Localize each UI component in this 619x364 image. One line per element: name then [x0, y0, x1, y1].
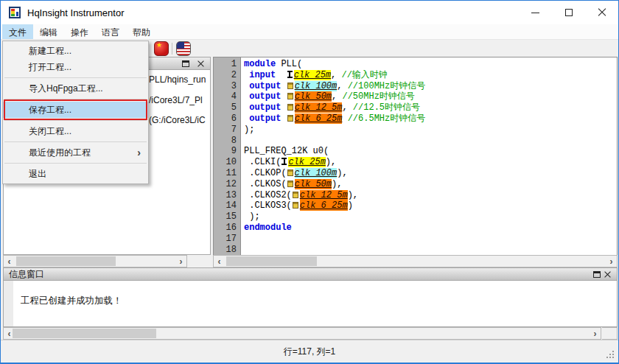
scroll-thumb[interactable]	[13, 329, 156, 338]
statusbar: 行=117, 列=1	[1, 340, 618, 363]
line-number: 3	[214, 81, 240, 92]
code-line[interactable]: output clk_6_25m //6.5MHz时钟信号	[244, 113, 617, 125]
scroll-thumb[interactable]	[226, 256, 317, 266]
input-port-icon	[287, 71, 293, 78]
output-port-icon	[287, 104, 293, 111]
code-line[interactable]	[244, 136, 617, 147]
code-token: clk_50m	[295, 179, 332, 189]
app-logo-icon	[9, 7, 21, 18]
output-port-icon	[293, 192, 298, 198]
menu-item-label: 导入HqFpga工程...	[29, 80, 141, 97]
code-token: .CLKOS(	[244, 179, 287, 189]
menu-item-label: 最近使用的工程	[29, 144, 137, 161]
menu-item-label: 退出	[29, 166, 141, 182]
float-icon	[182, 60, 189, 67]
message-window-title: 信息窗口	[9, 268, 591, 281]
scroll-left-arrow-icon[interactable]: ‹	[4, 256, 15, 267]
code-line[interactable]: PLL_FREQ_12K u0(	[244, 146, 617, 157]
code-token: clk_6_25m	[295, 113, 343, 124]
submenu-arrow-icon: ›	[137, 144, 141, 161]
file-menu-item[interactable]: 最近使用的工程›	[3, 144, 148, 161]
code-token	[342, 113, 347, 124]
tree-item[interactable]: /iCore3L/7_Pl	[149, 95, 203, 105]
code-line[interactable]	[244, 245, 617, 255]
menu-item-label: 新建工程...	[29, 43, 141, 59]
code-token: clk_12_5m	[295, 102, 343, 113]
menubar-item-4[interactable]: 语言	[95, 24, 126, 39]
menubar-item-3[interactable]: 操作	[64, 24, 95, 39]
code-token: PLL(	[276, 59, 302, 69]
code-token: ,	[337, 81, 347, 91]
maximize-button[interactable]	[552, 1, 585, 24]
scroll-left-arrow-icon[interactable]: ‹	[214, 256, 225, 267]
window-title: HqInsight Instrumentor	[27, 7, 125, 18]
language-english-button[interactable]	[175, 41, 192, 57]
language-chinese-button[interactable]	[153, 41, 170, 57]
code-line[interactable]: input clk_25m, //输入时钟	[244, 70, 617, 81]
code-line[interactable]: output clk_50m, //50MHz时钟信号	[244, 91, 617, 102]
code-token: clk_12_5m	[300, 190, 348, 200]
menu-item-label: 保存工程...	[29, 102, 141, 118]
message-close-button[interactable]	[602, 269, 613, 279]
editor-code[interactable]: module PLL( input clk_25m, //输入时钟 output…	[242, 57, 617, 255]
line-number: 16	[214, 223, 240, 234]
tree-item[interactable]: PLL/hqins_run	[149, 74, 206, 85]
code-token: output	[249, 113, 281, 124]
output-port-icon	[293, 202, 298, 209]
app-window: HqInsight Instrumentor 文件编辑操作语言帮助 PLL/hq…	[0, 0, 619, 364]
panel-float-button[interactable]	[180, 58, 191, 69]
input-port-icon	[281, 158, 287, 165]
scrollbar-corner	[602, 327, 618, 340]
message-hscrollbar[interactable]: ‹ ›	[3, 327, 601, 340]
code-token: ,	[332, 91, 342, 102]
window-controls	[519, 1, 618, 24]
code-line[interactable]: endmodule	[244, 223, 617, 234]
code-token: output	[249, 81, 281, 91]
message-float-button[interactable]	[591, 269, 602, 279]
editor-area[interactable]: 123456789101112131415161718 module PLL( …	[213, 57, 618, 255]
menu-separator	[4, 163, 147, 164]
code-token: );	[244, 211, 260, 222]
file-menu-item[interactable]: 打开工程...	[3, 59, 148, 75]
menu-separator	[4, 120, 147, 121]
code-token: //100MHz时钟信号	[348, 81, 426, 91]
code-token: clk_6_25m	[300, 200, 348, 211]
code-line[interactable]: module PLL(	[244, 59, 617, 70]
file-menu-item[interactable]: 关闭工程...	[3, 123, 148, 139]
code-line[interactable]: );	[244, 211, 617, 223]
code-line[interactable]: );	[244, 125, 617, 136]
file-menu-item[interactable]: 保存工程...	[3, 102, 148, 118]
code-editor: 123456789101112131415161718 module PLL( …	[213, 57, 618, 267]
code-line[interactable]	[244, 234, 617, 245]
code-line[interactable]: .CLKI(clk_25m),	[244, 157, 617, 168]
code-line[interactable]: output clk_100m, //100MHz时钟信号	[244, 81, 617, 92]
editor-gutter: 123456789101112131415161718	[214, 57, 241, 255]
menubar-item-2[interactable]: 编辑	[33, 24, 64, 39]
code-line[interactable]: .CLKOS2(clk_12_5m),	[244, 190, 617, 201]
code-token: ,	[342, 102, 352, 113]
project-panel-hscrollbar[interactable]: ‹ ›	[3, 255, 187, 267]
scroll-right-arrow-icon[interactable]: ›	[175, 256, 186, 267]
scroll-thumb[interactable]	[16, 256, 116, 266]
menubar-item-1[interactable]: 文件	[2, 24, 33, 39]
file-menu-item[interactable]: 退出	[3, 166, 148, 182]
tree-item[interactable]: (G:/iCore3L/iC	[149, 115, 206, 125]
resize-grip[interactable]	[606, 351, 615, 360]
code-line[interactable]: .CLKOS(clk_50m),	[244, 179, 617, 190]
line-number: 4	[214, 91, 240, 102]
code-token: PLL_FREQ_12K u0(	[244, 146, 329, 156]
file-menu-item[interactable]: 新建工程...	[3, 43, 148, 59]
minimize-button[interactable]	[519, 1, 552, 24]
scroll-right-arrow-icon[interactable]: ›	[606, 256, 617, 267]
scroll-right-arrow-icon[interactable]: ›	[590, 328, 601, 339]
editor-hscrollbar[interactable]: ‹ ›	[213, 255, 618, 267]
code-line[interactable]: output clk_12_5m, //12.5时钟信号	[244, 102, 617, 113]
line-number: 5	[214, 102, 240, 113]
menubar-item-5[interactable]: 帮助	[126, 24, 157, 39]
code-line[interactable]: .CLKOP(clk_100m),	[244, 168, 617, 179]
close-button[interactable]	[585, 1, 618, 24]
file-menu-item[interactable]: 导入HqFpga工程...	[3, 80, 148, 97]
panel-close-button[interactable]	[195, 58, 206, 69]
line-number: 14	[214, 200, 240, 211]
code-line[interactable]: .CLKOS3(clk_6_25m)	[244, 200, 617, 211]
